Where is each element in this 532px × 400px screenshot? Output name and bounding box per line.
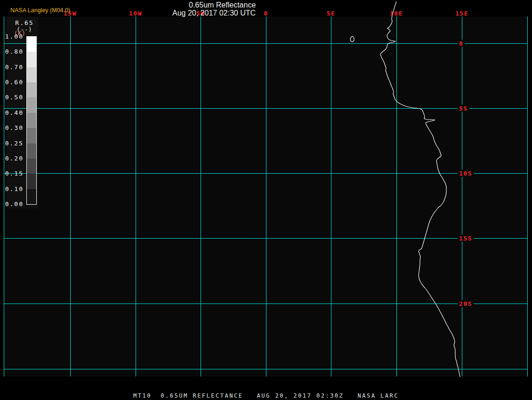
colorbar-tick-column: 1.000.800.700.600.500.400.300.250.200.15…	[0, 0, 24, 400]
latitude-label-5S: 5S	[458, 105, 469, 112]
colorbar-step	[27, 52, 36, 67]
page-title: 0.65um Reflectance	[189, 1, 256, 9]
satellite-map-viewport: 15W10W5W05E10E15E05S10S15S20S 1.000.800.…	[0, 0, 532, 400]
colorbar-tick-0.40: 0.40	[5, 109, 24, 116]
map-grid-and-coastline-canvas	[0, 0, 532, 400]
colorbar-step	[27, 37, 36, 52]
longitude-label-15E: 15E	[455, 10, 468, 17]
colorbar-step	[27, 97, 36, 112]
colorbar-tick-0.80: 0.80	[5, 48, 24, 55]
colorbar-tick-0.00: 0.00	[5, 200, 24, 208]
colorbar-step	[27, 128, 36, 143]
africa-west-coastline	[380, 1, 460, 377]
sao-tome-island-outline	[350, 36, 354, 42]
colorbar-tick-0.30: 0.30	[5, 124, 24, 131]
latitude-label-10S: 10S	[458, 170, 474, 177]
colorbar-tick-0.25: 0.25	[5, 139, 24, 146]
colorbar-step	[27, 159, 36, 174]
colorbar-step	[27, 82, 36, 97]
colorbar-tick-0.70: 0.70	[5, 63, 24, 70]
colorbar-tick-0.15: 0.15	[5, 170, 24, 177]
latitude-label-15S: 15S	[458, 235, 474, 242]
colorbar-tick-0.20: 0.20	[5, 154, 24, 161]
nasa-langley-credit: NASA Langley (M04.0)	[10, 7, 70, 14]
colorbar-step	[27, 144, 36, 159]
colorbar-step	[27, 67, 36, 82]
longitude-label-0: 0	[264, 10, 268, 17]
colorbar-units-overlay-label: (K)	[14, 30, 26, 37]
longitude-label-5E: 5E	[327, 10, 336, 17]
colorbar-title: R.65	[15, 19, 33, 26]
colorbar-tick-0.60: 0.60	[5, 79, 24, 86]
colorbar-tick-0.50: 0.50	[5, 94, 24, 101]
longitude-label-10E: 10E	[390, 10, 403, 17]
colorbar-gradient	[26, 36, 37, 205]
colorbar-tick-0.10: 0.10	[5, 185, 24, 192]
colorbar-step	[27, 174, 36, 189]
latitude-label-20S: 20S	[458, 300, 474, 307]
footer-status-line: MT10 0.65UM REFLECTANCE AUG 20, 2017 02:…	[0, 392, 532, 399]
colorbar-step	[27, 113, 36, 128]
latitude-label-0: 0	[458, 40, 465, 47]
colorbar-step	[27, 189, 36, 204]
timestamp-subtitle: Aug 20, 2017 02:30 UTC	[172, 9, 256, 17]
longitude-label-10W: 10W	[129, 10, 142, 17]
